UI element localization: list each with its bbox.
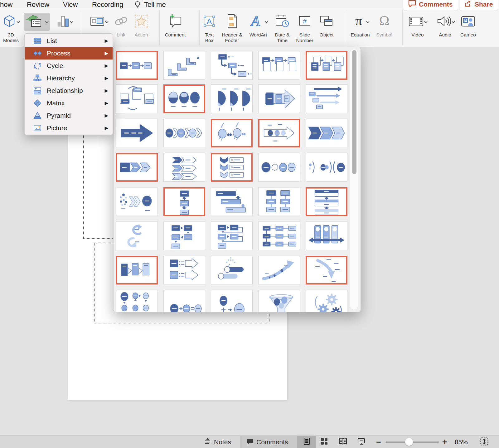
layout-snake-process[interactable] [163, 222, 205, 250]
layout-circle-fill-process[interactable] [163, 84, 205, 113]
gallery-scrollbar-thumb[interactable] [352, 50, 356, 174]
zoom-out-button[interactable]: − [376, 436, 381, 448]
equation-button[interactable]: π Equation [348, 13, 372, 38]
layout-chevron-process[interactable] [306, 119, 347, 147]
normal-view-button[interactable] [297, 436, 316, 448]
layout-box-chevron-process[interactable] [116, 153, 158, 182]
header-footer-label: Header & Footer [220, 32, 245, 43]
layout-arrow-circle-timeline[interactable] [258, 119, 300, 147]
layout-alternating-flow[interactable] [116, 84, 158, 113]
comments-button[interactable]: Comments [403, 0, 458, 11]
chevron-down-icon[interactable] [45, 19, 49, 25]
layout-picture-lists[interactable] [306, 51, 347, 80]
layout-linked-circles[interactable] [258, 153, 300, 182]
chevron-down-icon[interactable] [70, 19, 73, 25]
chevron-down-icon[interactable] [105, 19, 109, 25]
zoom-in-button[interactable]: + [442, 436, 447, 448]
fit-to-window-button[interactable] [480, 436, 488, 448]
layout-step-up-process[interactable] [163, 51, 205, 80]
action-button: Action [131, 13, 152, 38]
slide-sorter-view-button[interactable] [321, 436, 328, 448]
layout-circle-equation[interactable] [163, 290, 205, 312]
layout-bending-process[interactable] [211, 51, 253, 80]
chart-button[interactable] [52, 13, 76, 31]
layout-vertical-block-process[interactable] [306, 187, 347, 216]
text-box-button[interactable]: A Text Box [200, 13, 218, 43]
menu-item-relationship[interactable]: Relationship▶ [25, 84, 113, 97]
menu-item-label: List [47, 37, 104, 45]
tab-slide-show[interactable]: how [0, 0, 12, 9]
layout-list-arrow-rows[interactable] [163, 256, 205, 284]
layout-interconnected-circles[interactable] [306, 153, 347, 182]
layout-grid-process[interactable] [258, 222, 300, 250]
comment-button[interactable]: Comment [163, 13, 188, 38]
notes-toggle[interactable]: Notes [204, 436, 231, 448]
share-button[interactable]: Share [459, 0, 498, 11]
chevron-down-icon[interactable] [366, 19, 370, 25]
3d-models-label: 3D Models [2, 32, 20, 43]
3d-models-button[interactable]: 3D Models [1, 13, 21, 43]
layout-circle-arrow-process[interactable] [163, 119, 205, 147]
wordart-button[interactable]: A WordArt [246, 13, 270, 38]
header-footer-button[interactable]: Header & Footer [219, 13, 245, 43]
tab-recording[interactable]: Recording [92, 0, 123, 9]
chevron-down-icon[interactable] [452, 19, 455, 25]
object-button[interactable]: Object [316, 13, 337, 38]
menu-item-picture[interactable]: Picture▶ [25, 122, 113, 134]
layout-staggered-arrow-list[interactable] [306, 84, 347, 113]
menu-item-hierarchy[interactable]: Hierarchy▶ [25, 72, 113, 84]
video-button[interactable]: Video [405, 13, 430, 38]
smartart-button[interactable] [24, 13, 50, 31]
layout-vertical-process[interactable] [163, 187, 205, 216]
layout-upward-curved-arrow[interactable] [258, 256, 300, 284]
menu-item-list[interactable]: List▶ [25, 35, 113, 47]
submenu-arrow-icon: ▶ [104, 125, 108, 131]
menu-item-label: Relationship [47, 87, 104, 94]
slide-number-button[interactable]: # Slide Number [294, 13, 315, 43]
menu-item-cycle[interactable]: Cycle▶ [25, 60, 113, 72]
layout-continuous-loop[interactable] [116, 222, 158, 250]
zoom-slider-thumb[interactable] [405, 438, 413, 446]
menu-item-pyramid[interactable]: Pyramid▶ [25, 109, 113, 122]
menu-item-matrix[interactable]: Matrix▶ [25, 97, 113, 109]
cameo-button[interactable]: P Cameo [458, 13, 478, 38]
date-time-button[interactable]: Date & Time [271, 13, 294, 43]
layout-plus-arrow-circle[interactable] [211, 290, 253, 312]
layout-gears[interactable] [306, 290, 347, 312]
layout-repeating-snake-process[interactable] [211, 222, 253, 250]
menu-item-label: Process [47, 50, 104, 57]
layout-diagonal-accent-circles[interactable] [211, 119, 253, 147]
chevron-down-icon[interactable] [17, 19, 20, 25]
screenshot-button[interactable] [86, 13, 112, 31]
layout-panel-double-arrow[interactable] [306, 222, 347, 250]
layout-funnel[interactable] [258, 290, 300, 312]
layout-vertical-chevron-list[interactable] [211, 153, 253, 182]
tab-view[interactable]: View [63, 0, 78, 9]
menu-item-process[interactable]: Process▶ [25, 47, 113, 60]
layout-picture-accent-process[interactable] [258, 51, 300, 80]
zoom-level[interactable]: 85% [455, 436, 468, 448]
layout-half-circle-process[interactable] [211, 84, 253, 113]
chevron-down-icon[interactable] [265, 19, 268, 25]
comments-toggle[interactable]: Comments [240, 436, 297, 448]
layout-basic-arrow[interactable] [116, 119, 158, 147]
matrix-icon [33, 99, 42, 107]
tab-tell-me[interactable]: Tell me [144, 0, 166, 9]
reading-view-button[interactable] [339, 436, 347, 448]
tab-review[interactable]: Review [27, 0, 49, 9]
layout-staggered-down-process[interactable] [211, 187, 253, 216]
chevron-down-icon[interactable] [424, 19, 428, 25]
layout-converging-process[interactable] [116, 187, 158, 216]
layout-two-column-process[interactable] [258, 187, 300, 216]
audio-button[interactable]: Audio [432, 13, 458, 38]
layout-descending-curved-arrow[interactable] [306, 256, 347, 284]
link-icon [114, 14, 128, 30]
layout-arrow-ribbon-boxes[interactable] [258, 84, 300, 113]
equation-label: Equation [348, 32, 372, 38]
layout-ascending-pills[interactable] [211, 256, 253, 284]
layout-basic-process[interactable] [116, 51, 158, 80]
layout-circle-rows[interactable] [116, 290, 158, 312]
layout-vertical-rect-arrows[interactable] [116, 256, 158, 284]
slideshow-view-button[interactable] [357, 436, 365, 448]
layout-chevron-list[interactable] [163, 153, 205, 182]
